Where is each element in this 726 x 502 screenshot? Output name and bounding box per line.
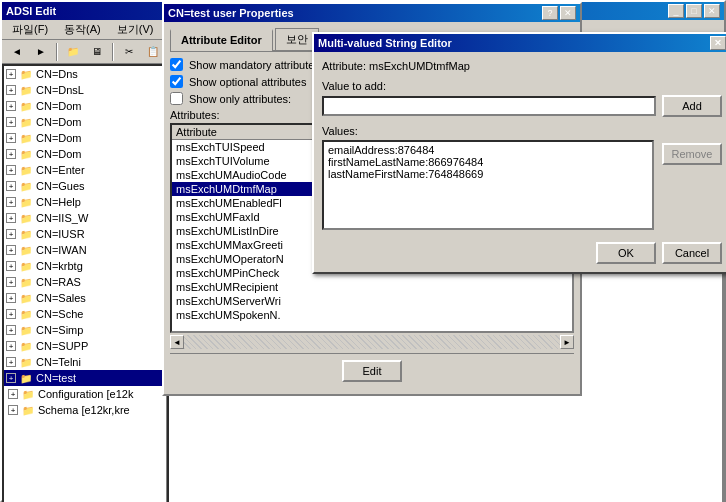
expander-18[interactable]: + — [6, 341, 16, 351]
menu-file[interactable]: 파일(F) — [4, 20, 56, 39]
minimize-button[interactable]: _ — [668, 4, 684, 18]
attr-item-10[interactable]: msExchUMRecipient — [172, 280, 572, 294]
expander-13[interactable]: + — [6, 261, 16, 271]
tree-item-dns[interactable]: + 📁 CN=Dns — [4, 66, 166, 82]
edit-button[interactable]: Edit — [342, 360, 402, 382]
mv-close-button[interactable]: ✕ — [710, 36, 726, 50]
folder-icon-19: 📁 — [18, 355, 34, 369]
properties-title-bar: CN=test user Properties ? ✕ — [164, 4, 580, 22]
mv-values-col: Values: emailAddress:876484 firstNameLas… — [322, 125, 654, 238]
attr-item-11[interactable]: msExchUMServerWri — [172, 294, 572, 308]
tree-item-iis[interactable]: + 📁 CN=IIS_W — [4, 210, 166, 226]
expander-8[interactable]: + — [6, 181, 16, 191]
mv-cancel-button[interactable]: Cancel — [662, 242, 722, 264]
tree-panel[interactable]: + 📁 CN=Dns + 📁 CN=DnsL + 📁 CN=Dom + 📁 CN… — [2, 64, 167, 502]
attr-item-12[interactable]: msExchUMSpokenN. — [172, 308, 572, 322]
scroll-track[interactable] — [184, 335, 560, 349]
multivalue-dialog: Multi-valued String Editor ✕ Attribute: … — [312, 32, 726, 274]
checkbox-mandatory-input[interactable] — [170, 58, 183, 71]
tree-item-dom1[interactable]: + 📁 CN=Dom — [4, 98, 166, 114]
toolbar-btn-3[interactable]: 📁 — [62, 42, 84, 62]
expander-22[interactable]: + — [8, 405, 18, 415]
tree-item-test[interactable]: + 📁 CN=test — [4, 370, 166, 386]
checkbox-only-label: Show only attributes: — [189, 93, 291, 105]
expander-7[interactable]: + — [6, 165, 16, 175]
toolbar-btn-4[interactable]: 🖥 — [86, 42, 108, 62]
expander-10[interactable]: + — [6, 213, 16, 223]
scrollbar-h[interactable]: ◄ ► — [170, 335, 574, 349]
expander-14[interactable]: + — [6, 277, 16, 287]
expander-1[interactable]: + — [6, 69, 16, 79]
tree-item-dom2[interactable]: + 📁 CN=Dom — [4, 114, 166, 130]
tree-label-8: CN=Gues — [36, 180, 85, 192]
maximize-button[interactable]: □ — [686, 4, 702, 18]
folder-icon-8: 📁 — [18, 179, 34, 193]
mv-remove-button[interactable]: Remove — [662, 143, 722, 165]
expander-20[interactable]: + — [6, 373, 16, 383]
tab-attribute-editor[interactable]: Attribute Editor — [170, 29, 273, 51]
mv-values-area[interactable]: emailAddress:876484 firstNameLastName:86… — [322, 140, 654, 230]
main-title: ADSI Edit — [6, 5, 56, 17]
mv-add-button[interactable]: Add — [662, 95, 722, 117]
tree-item-iwan[interactable]: + 📁 CN=IWAN — [4, 242, 166, 258]
tree-item-dom4[interactable]: + 📁 CN=Dom — [4, 146, 166, 162]
scroll-left-btn[interactable]: ◄ — [170, 335, 184, 349]
tree-item-config[interactable]: + 📁 Configuration [e12k — [4, 386, 166, 402]
close-button[interactable]: ✕ — [704, 4, 720, 18]
tree-item-dom3[interactable]: + 📁 CN=Dom — [4, 130, 166, 146]
checkbox-only-input[interactable] — [170, 92, 183, 105]
expander-4[interactable]: + — [6, 117, 16, 127]
expander-3[interactable]: + — [6, 101, 16, 111]
expander-21[interactable]: + — [8, 389, 18, 399]
tree-item-simp[interactable]: + 📁 CN=Simp — [4, 322, 166, 338]
expander-15[interactable]: + — [6, 293, 16, 303]
tree-item-enter[interactable]: + 📁 CN=Enter — [4, 162, 166, 178]
main-title-buttons: _ □ ✕ — [668, 4, 720, 18]
folder-icon-1: 📁 — [18, 67, 34, 81]
expander-6[interactable]: + — [6, 149, 16, 159]
tree-item-help[interactable]: + 📁 CN=Help — [4, 194, 166, 210]
tree-item-ras[interactable]: + 📁 CN=RAS — [4, 274, 166, 290]
toolbar-separator-1 — [56, 43, 58, 61]
tree-item-dnsl[interactable]: + 📁 CN=DnsL — [4, 82, 166, 98]
folder-icon-15: 📁 — [18, 291, 34, 305]
mv-value-input[interactable] — [322, 96, 656, 116]
back-button[interactable]: ◄ — [6, 42, 28, 62]
toolbar-btn-copy[interactable]: 📋 — [142, 42, 164, 62]
tree-item-telni[interactable]: + 📁 CN=Telni — [4, 354, 166, 370]
tree-item-gues[interactable]: + 📁 CN=Gues — [4, 178, 166, 194]
tree-item-sche[interactable]: + 📁 CN=Sche — [4, 306, 166, 322]
expander-12[interactable]: + — [6, 245, 16, 255]
tree-item-krbtg[interactable]: + 📁 CN=krbtg — [4, 258, 166, 274]
menu-view[interactable]: 보기(V) — [109, 20, 162, 39]
mv-title-bar: Multi-valued String Editor ✕ — [314, 34, 726, 52]
forward-button[interactable]: ► — [30, 42, 52, 62]
tree-item-iusr[interactable]: + 📁 CN=IUSR — [4, 226, 166, 242]
tree-label-17: CN=Simp — [36, 324, 83, 336]
folder-icon-21: 📁 — [20, 387, 36, 401]
mv-ok-button[interactable]: OK — [596, 242, 656, 264]
expander-2[interactable]: + — [6, 85, 16, 95]
tree-item-supp[interactable]: + 📁 CN=SUPP — [4, 338, 166, 354]
folder-icon-9: 📁 — [18, 195, 34, 209]
expander-19[interactable]: + — [6, 357, 16, 367]
expander-16[interactable]: + — [6, 309, 16, 319]
tree-item-schema[interactable]: + 📁 Schema [e12kr,kre — [4, 402, 166, 418]
checkbox-optional-label: Show optional attributes — [189, 76, 306, 88]
properties-title: CN=test user Properties — [168, 7, 294, 19]
menu-action[interactable]: 동작(A) — [56, 20, 109, 39]
properties-close-button[interactable]: ✕ — [560, 6, 576, 20]
expander-9[interactable]: + — [6, 197, 16, 207]
expander-17[interactable]: + — [6, 325, 16, 335]
properties-help-button[interactable]: ? — [542, 6, 558, 20]
folder-icon-6: 📁 — [18, 147, 34, 161]
toolbar-btn-cut[interactable]: ✂ — [118, 42, 140, 62]
checkbox-optional-input[interactable] — [170, 75, 183, 88]
tree-label-6: CN=Dom — [36, 148, 82, 160]
folder-icon-14: 📁 — [18, 275, 34, 289]
expander-5[interactable]: + — [6, 133, 16, 143]
folder-icon-17: 📁 — [18, 323, 34, 337]
tree-item-sales[interactable]: + 📁 CN=Sales — [4, 290, 166, 306]
scroll-right-btn[interactable]: ► — [560, 335, 574, 349]
expander-11[interactable]: + — [6, 229, 16, 239]
